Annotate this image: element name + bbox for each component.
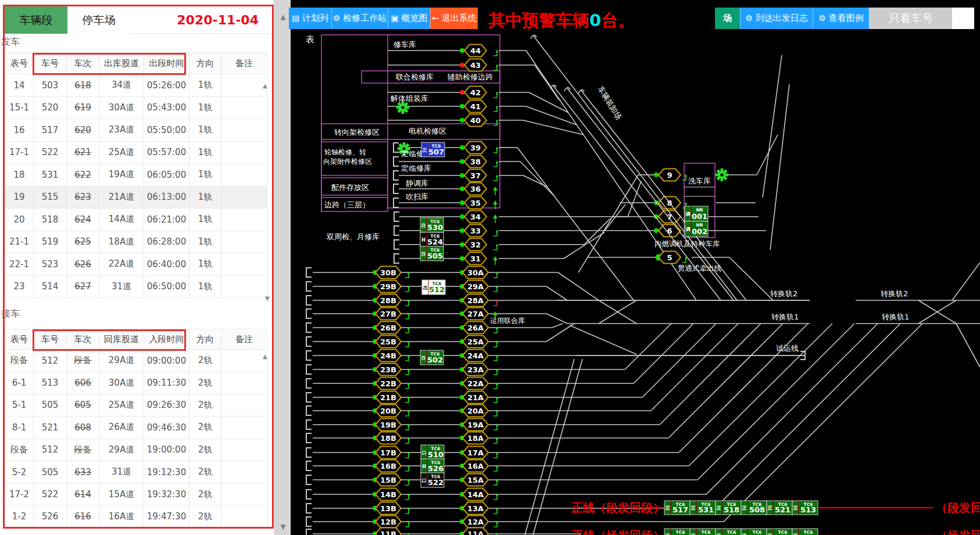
toolbar-button-plain[interactable]: 只看车号 bbox=[869, 8, 952, 29]
line-label: 转换轨1 bbox=[882, 313, 909, 321]
column-header: 备注 bbox=[221, 53, 267, 74]
toolbar-button-gear-icon[interactable]: ⚙检修工作站 bbox=[331, 8, 388, 29]
table-cell: 6-1 bbox=[5, 372, 34, 393]
column-header: 入段时间 bbox=[144, 329, 189, 349]
table-cell bbox=[221, 350, 267, 371]
building-label: 轮轴检修、转 bbox=[324, 148, 366, 156]
table-cell: 29A道 bbox=[99, 439, 144, 461]
table-cell: 503 bbox=[34, 74, 67, 96]
table-cell bbox=[221, 372, 267, 393]
depart-scroll-down-icon[interactable]: ▼ bbox=[265, 295, 270, 301]
table-cell: 522 bbox=[34, 142, 67, 164]
table-cell bbox=[221, 439, 267, 461]
table-cell: 16A道 bbox=[99, 506, 144, 527]
table-cell: 31道 bbox=[99, 461, 144, 483]
table-header-row: 表号车号车次出库股道出段时间方向备注 bbox=[5, 52, 267, 74]
table-cell: 1轨 bbox=[189, 209, 221, 231]
track-id: 13B bbox=[380, 504, 396, 513]
table-row[interactable]: 17-152262125A道05:57:001轨 bbox=[5, 142, 267, 164]
arrive-section-label: 接车 bbox=[1, 308, 20, 320]
table-row[interactable]: 2351462731道06:50:001轨 bbox=[5, 276, 267, 299]
train-type: TC6 bbox=[804, 530, 813, 535]
building-label: 洗车库 bbox=[688, 177, 711, 185]
table-row[interactable]: 15-152061930A道05:43:001轨 bbox=[5, 97, 267, 120]
table-cell: 520 bbox=[34, 97, 67, 119]
train-type: TC6 bbox=[727, 530, 736, 535]
track-id: 26B bbox=[380, 324, 396, 332]
toolbar: ▤计划列表⚙检修工作站▣概览图←退出系统 其中预警车辆0台。 场⚙到达出发日志⚙… bbox=[0, 0, 980, 35]
table-cell: 513 bbox=[34, 372, 67, 393]
table-row[interactable]: 6-151360630A道09:11:302轨 bbox=[5, 372, 267, 394]
table-cell: 622 bbox=[67, 164, 99, 186]
column-header: 回库股道 bbox=[99, 329, 144, 349]
line-label: 转换轨2 bbox=[770, 289, 797, 298]
track-id: 13A bbox=[467, 504, 484, 513]
table-cell: 1轨 bbox=[189, 142, 221, 164]
toolbar-button-document-icon[interactable]: ▤计划列表 bbox=[289, 8, 331, 29]
table-row[interactable]: 17-252261415A道19:32:302轨 bbox=[5, 483, 267, 505]
table-cell: 5-1 bbox=[5, 394, 34, 416]
table-cell: 16 bbox=[5, 119, 34, 141]
table-row[interactable]: 1651762023A道05:50:001轨 bbox=[5, 119, 267, 142]
track-id: 27A bbox=[467, 310, 484, 318]
train-number: 001 bbox=[692, 212, 707, 221]
train-status-glyph: 正 bbox=[767, 505, 773, 511]
table-row[interactable]: 1-252661616A道19:47:302轨 bbox=[5, 506, 267, 528]
depart-scroll-up-icon[interactable]: ▲ bbox=[263, 82, 267, 89]
table-row[interactable]: 21-151962518A道06:28:001轨 bbox=[5, 231, 267, 254]
page-scrollbar[interactable]: ▲ ▼ bbox=[274, 0, 291, 535]
warning-text: 其中预警车辆0台。 bbox=[488, 9, 635, 33]
table-row[interactable]: 段备512段备29A道19:00:002轨 bbox=[5, 439, 267, 461]
scroll-down-icon[interactable]: ▼ bbox=[278, 523, 288, 531]
toolbar-white-box[interactable] bbox=[952, 8, 974, 29]
table-cell: 09:11:30 bbox=[144, 372, 189, 393]
train-number: 510 bbox=[428, 450, 443, 459]
train-number: 518 bbox=[724, 505, 739, 514]
mainline-label: 正线（场发回场） bbox=[571, 529, 664, 535]
line-label: 转换轨2 bbox=[881, 289, 908, 298]
table-cell: 505 bbox=[34, 394, 67, 416]
toolbar-button-plain[interactable]: 场 bbox=[715, 8, 740, 29]
table-cell: 515 bbox=[34, 186, 67, 209]
toolbar-button-gear-icon[interactable]: ⚙到达出发日志 bbox=[740, 8, 813, 29]
arrive-table: 表号车号车次回库股道入段时间方向备注段备512段备29A道09:00:002轨6… bbox=[5, 329, 267, 528]
table-cell: 519 bbox=[34, 231, 67, 253]
train-type: TC6 bbox=[753, 530, 762, 535]
line-label: 转换轨1 bbox=[771, 313, 799, 321]
building-label: 运用联合库 bbox=[490, 317, 525, 325]
train-status-glyph: 口 bbox=[422, 450, 427, 455]
track-id: 22B bbox=[380, 379, 396, 388]
table-row[interactable]: 段备512段备29A道09:00:002轨 bbox=[5, 350, 267, 372]
table-row[interactable]: 2051862414A道06:21:001轨 bbox=[5, 209, 267, 231]
table-row[interactable]: 5-250563331道19:12:302轨 bbox=[5, 461, 267, 483]
table-cell: 25A道 bbox=[99, 142, 144, 164]
table-cell: 517 bbox=[34, 119, 67, 141]
table-cell bbox=[221, 483, 267, 505]
toolbar-button-label: 退出系统 bbox=[442, 13, 477, 23]
table-cell: 505 bbox=[34, 461, 67, 483]
table-row[interactable]: 5-150560525A道09:26:302轨 bbox=[5, 394, 267, 416]
table-row[interactable]: 1951562321A道06:13:001轨 bbox=[5, 186, 267, 209]
track-diagram[interactable]: 444342414039383736353433323130B30A29B29A… bbox=[291, 0, 980, 535]
table-cell: 34道 bbox=[99, 74, 144, 96]
table-cell: 段备 bbox=[67, 439, 99, 461]
table-row[interactable]: 1450361834道05:26:001轨 bbox=[5, 74, 267, 97]
table-cell: 606 bbox=[67, 372, 99, 393]
toolbar-button-gear-icon[interactable]: ⚙查看图例 bbox=[813, 8, 869, 29]
train-status-glyph: 日 bbox=[421, 356, 426, 361]
table-cell: 2轨 bbox=[189, 416, 221, 438]
track-id: 24A bbox=[467, 351, 484, 360]
table-row[interactable]: 1853162219A道06:05:001轨 bbox=[5, 164, 267, 186]
arrive-scroll-up-icon[interactable]: ▲ bbox=[263, 353, 267, 360]
toolbar-button-overview-icon[interactable]: ▣概览图 bbox=[388, 8, 430, 29]
column-header: 表号 bbox=[5, 329, 34, 349]
table-cell: 2轨 bbox=[189, 372, 221, 393]
train-number: 521 bbox=[775, 505, 791, 514]
table-row[interactable]: 22-152362622A道06:40:001轨 bbox=[5, 253, 267, 276]
toolbar-button-back-arrow-icon[interactable]: ←退出系统 bbox=[430, 8, 478, 29]
train-status-glyph: 正 bbox=[422, 148, 428, 153]
table-cell bbox=[221, 209, 267, 231]
table-row[interactable]: 8-152160826A道09:46:302轨 bbox=[5, 416, 267, 439]
table-cell: 15-1 bbox=[5, 97, 34, 119]
table-cell: 621 bbox=[67, 142, 99, 164]
